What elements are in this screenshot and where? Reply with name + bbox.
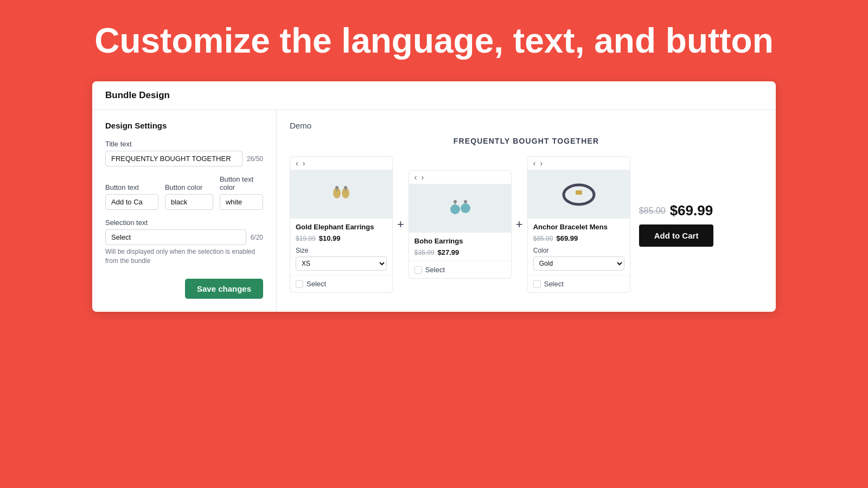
- button-text-input[interactable]: [105, 194, 158, 210]
- svg-point-9: [464, 200, 467, 203]
- select-label-2: Select: [425, 266, 445, 274]
- button-text-label: Button text: [105, 183, 158, 191]
- product-info-1: Gold Elephant Earrings $19.99 $10.99 Siz…: [290, 219, 392, 275]
- next-arrow-2[interactable]: ›: [420, 173, 425, 182]
- button-settings-row: Button text Button color Button text col…: [105, 175, 263, 210]
- title-text-field: Title text 26/50: [105, 140, 263, 166]
- product-name-3: Anchor Bracelet Mens: [533, 223, 624, 232]
- select-checkbox-2[interactable]: [414, 266, 422, 274]
- svg-point-6: [450, 204, 460, 214]
- design-settings-title: Design Settings: [105, 121, 263, 130]
- product-image-3: [528, 170, 630, 219]
- product-info-3: Anchor Bracelet Mens $85.00 $69.99 Color…: [528, 219, 630, 275]
- title-text-input[interactable]: [105, 151, 242, 166]
- select-label-3: Select: [544, 280, 564, 288]
- demo-label: Demo: [290, 121, 763, 130]
- product-info-2: Boho Earrings $35.99 $27.99: [409, 233, 511, 261]
- product-name-2: Boho Earrings: [414, 237, 506, 246]
- title-text-label: Title text: [105, 140, 263, 148]
- price-original-1: $19.99: [296, 235, 316, 242]
- svg-rect-14: [576, 190, 582, 195]
- add-to-cart-button[interactable]: Add to Cart: [639, 224, 714, 247]
- button-text-color-label: Button text color: [220, 175, 263, 191]
- price-row-2: $35.99 $27.99: [414, 248, 506, 256]
- next-arrow-1[interactable]: ›: [302, 159, 307, 168]
- price-current-2: $27.99: [438, 248, 459, 256]
- product-image-1: [290, 170, 392, 219]
- next-arrow-3[interactable]: ›: [539, 159, 544, 168]
- price-row-3: $85.00 $69.99: [533, 234, 624, 242]
- variant-label-3: Color: [533, 247, 624, 254]
- product-nav-2: ‹ ›: [409, 171, 511, 184]
- product-image-2: [409, 184, 511, 233]
- button-text-field: Button text: [105, 183, 158, 210]
- button-color-label: Button color: [165, 183, 213, 191]
- variant-select-3[interactable]: GoldSilverBlack: [533, 256, 624, 271]
- select-row-3: Select: [528, 275, 630, 292]
- button-color-field: Button color: [165, 183, 213, 210]
- price-row-1: $19.99 $10.99: [296, 234, 387, 242]
- product-card-3: ‹ › Anchor Bracelet Mens: [527, 156, 630, 293]
- prev-arrow-2[interactable]: ‹: [413, 173, 418, 182]
- button-color-input[interactable]: [165, 194, 213, 210]
- product-name-1: Gold Elephant Earrings: [296, 223, 387, 232]
- total-section: $85.00 $69.99 Add to Cart: [639, 202, 714, 247]
- select-checkbox-3[interactable]: [533, 280, 541, 288]
- select-row-1: Select: [290, 275, 392, 292]
- svg-point-7: [461, 203, 470, 213]
- title-text-counter: 26/50: [247, 155, 263, 163]
- prev-arrow-1[interactable]: ‹: [295, 159, 299, 168]
- save-button[interactable]: Save changes: [185, 279, 263, 299]
- price-current-1: $10.99: [319, 234, 341, 242]
- card-header: Bundle Design: [92, 81, 776, 110]
- hero-title: Customize the language, text, and button: [94, 22, 774, 60]
- left-panel: Design Settings Title text 26/50 Button …: [92, 110, 277, 312]
- button-text-color-field: Button text color: [220, 175, 263, 210]
- button-text-color-input[interactable]: [220, 194, 263, 210]
- card-body: Design Settings Title text 26/50 Button …: [92, 110, 776, 312]
- selection-counter: 6/20: [251, 234, 263, 241]
- price-original-3: $85.00: [533, 235, 553, 242]
- main-card: Bundle Design Design Settings Title text…: [92, 81, 776, 312]
- price-current-3: $69.99: [556, 234, 578, 242]
- product-card-2: ‹ ›: [409, 170, 512, 279]
- selection-hint: Will be displayed only when the selectio…: [105, 247, 263, 266]
- select-row-2: Select: [409, 261, 511, 278]
- select-checkbox-1[interactable]: [296, 280, 303, 288]
- product-nav-3: ‹ ›: [528, 157, 630, 170]
- svg-point-2: [335, 186, 339, 189]
- plus-icon-2: +: [512, 217, 527, 232]
- total-current: $69.99: [670, 202, 713, 219]
- plus-icon-1: +: [393, 217, 409, 232]
- selection-text-field: Selection text 6/20 Will be displayed on…: [105, 219, 263, 266]
- right-panel: Demo FREQUENTLY BOUGHT TOGETHER ‹ ›: [277, 110, 776, 312]
- total-price-row: $85.00 $69.99: [639, 202, 713, 219]
- product-card-1: ‹ ›: [290, 156, 393, 293]
- price-original-2: $35.99: [414, 249, 435, 256]
- fbt-title: FREQUENTLY BOUGHT TOGETHER: [290, 137, 763, 145]
- svg-point-3: [344, 186, 347, 189]
- total-original: $85.00: [639, 206, 666, 216]
- svg-point-8: [454, 200, 457, 203]
- selection-text-label: Selection text: [105, 219, 263, 227]
- prev-arrow-3[interactable]: ‹: [532, 159, 537, 168]
- variant-label-1: Size: [296, 247, 387, 254]
- product-nav-1: ‹ ›: [290, 157, 392, 170]
- selection-text-input[interactable]: [105, 229, 246, 245]
- products-row: ‹ ›: [290, 156, 763, 293]
- select-label-1: Select: [307, 280, 326, 288]
- variant-select-1[interactable]: XSSML: [296, 256, 387, 271]
